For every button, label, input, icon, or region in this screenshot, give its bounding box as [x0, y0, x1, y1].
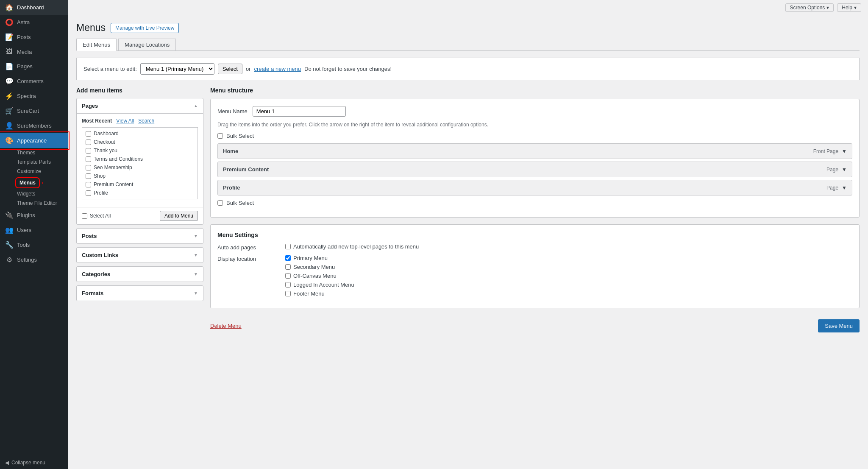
page-checkbox-seo[interactable]	[86, 165, 91, 170]
sidebar-item-dashboard[interactable]: 🏠 Dashboard	[0, 0, 68, 15]
page-checkbox-shop[interactable]	[86, 173, 91, 179]
pages-tab-most-recent[interactable]: Most Recent	[82, 118, 112, 124]
sidebar-item-settings[interactable]: ⚙ Settings	[0, 252, 68, 267]
page-checkbox-profile[interactable]	[86, 190, 91, 196]
formats-accordion-header[interactable]: Formats ▼	[77, 286, 203, 301]
bottom-actions: Delete Menu Save Menu	[210, 315, 860, 337]
live-preview-button[interactable]: Manage with Live Preview	[111, 23, 179, 33]
pages-accordion-header[interactable]: Pages ▲	[77, 98, 203, 113]
sidebar-item-label: SureMembers	[17, 123, 52, 129]
menu-settings-title: Menu Settings	[217, 232, 852, 238]
sidebar-item-tools[interactable]: 🔧 Tools	[0, 237, 68, 252]
sidebar-item-label: Dashboard	[17, 4, 44, 11]
sidebar-sub-theme-file-editor[interactable]: Theme File Editor	[0, 198, 68, 208]
content-area: Menus Manage with Live Preview Edit Menu…	[68, 15, 868, 469]
custom-links-accordion: Custom Links ▼	[76, 247, 203, 263]
pages-tab-search[interactable]: Search	[138, 118, 154, 124]
menu-item-right-profile: Page ▼	[826, 185, 847, 191]
sidebar-item-label: Tools	[17, 242, 30, 248]
tab-manage-locations[interactable]: Manage Locations	[118, 39, 176, 50]
or-text: or	[246, 66, 251, 72]
delete-menu-link[interactable]: Delete Menu	[210, 323, 242, 329]
sidebar-item-label: Comments	[17, 78, 44, 84]
location-primary-checkbox[interactable]	[285, 255, 291, 261]
page-label-profile: Profile	[94, 190, 108, 196]
list-item: Thank you	[82, 146, 198, 155]
menu-structure-title: Menu structure	[210, 87, 860, 94]
list-item: Dashboard	[82, 129, 198, 138]
custom-links-chevron-icon: ▼	[194, 253, 198, 257]
sidebar-item-comments[interactable]: 💬 Comments	[0, 74, 68, 89]
sidebar-item-label: Appearance	[17, 137, 47, 144]
help-button[interactable]: Help ▾	[837, 3, 861, 12]
menus-arrow-indicator: ←	[40, 178, 48, 187]
sidebar-sub-customize[interactable]: Customize	[0, 167, 68, 176]
menu-item-expand-profile[interactable]: ▼	[842, 185, 847, 191]
page-title: Menus	[76, 22, 106, 34]
pages-icon: 📄	[5, 62, 14, 70]
surecart-icon: 🛒	[5, 107, 14, 115]
select-menu-button[interactable]: Select	[218, 64, 242, 74]
menu-item-type-home: Front Page	[813, 148, 838, 154]
sidebar-item-surecart[interactable]: 🛒 SureCart	[0, 103, 68, 118]
bulk-select-label-top: Bulk Select	[226, 133, 254, 139]
sidebar-item-media[interactable]: 🖼 Media	[0, 45, 68, 59]
location-footer-checkbox[interactable]	[285, 291, 291, 296]
bulk-select-checkbox-top[interactable]	[217, 133, 223, 139]
sidebar-sub-template-parts[interactable]: Template Parts	[0, 157, 68, 167]
categories-accordion-header[interactable]: Categories ▼	[77, 267, 203, 282]
page-checkbox-checkout[interactable]	[86, 140, 91, 145]
sidebar-item-spectra[interactable]: ⚡ Spectra	[0, 89, 68, 103]
auto-add-checkbox-label: Automatically add new top-level pages to…	[285, 243, 419, 250]
sidebar-sub-widgets[interactable]: Widgets	[0, 189, 68, 198]
select-all-label: Select All	[90, 213, 111, 219]
page-label-dashboard: Dashboard	[94, 131, 119, 137]
page-checkbox-terms[interactable]	[86, 156, 91, 162]
custom-links-accordion-header[interactable]: Custom Links ▼	[77, 248, 203, 262]
collapse-menu-button[interactable]: ◀ Collapse menu	[0, 456, 68, 469]
menu-item-expand-premium[interactable]: ▼	[842, 167, 847, 173]
auto-add-checkbox[interactable]	[285, 244, 291, 249]
screen-options-button[interactable]: Screen Options ▾	[785, 3, 834, 12]
menu-name-input[interactable]	[253, 106, 346, 117]
menu-item-expand-home[interactable]: ▼	[842, 148, 847, 154]
menu-item-right-premium: Page ▼	[826, 167, 847, 173]
pages-tab-view-all[interactable]: View All	[116, 118, 134, 124]
bulk-select-checkbox-bottom[interactable]	[217, 200, 223, 206]
location-secondary-checkbox[interactable]	[285, 264, 291, 270]
sidebar-item-pages[interactable]: 📄 Pages	[0, 59, 68, 74]
page-checkbox-premium[interactable]	[86, 182, 91, 187]
page-checkbox-dashboard[interactable]	[86, 131, 91, 137]
location-footer-label: Footer Menu	[285, 290, 354, 297]
add-to-menu-button[interactable]: Add to Menu	[160, 211, 198, 221]
pages-chevron-icon: ▲	[194, 103, 198, 108]
select-all-checkbox[interactable]	[82, 213, 87, 219]
sidebar-item-appearance[interactable]: 🎨 Appearance	[0, 133, 68, 148]
posts-chevron-icon: ▼	[194, 234, 198, 238]
save-menu-button[interactable]: Save Menu	[818, 319, 860, 332]
sidebar-item-posts[interactable]: 📝 Posts	[0, 30, 68, 45]
list-item: Premium Content	[82, 180, 198, 189]
location-logged-in-text: Logged In Account Menu	[293, 282, 354, 288]
page-checkbox-thank-you[interactable]	[86, 148, 91, 154]
menu-select-dropdown[interactable]: Menu 1 (Primary Menu)	[140, 63, 214, 75]
sidebar-item-astra[interactable]: ⭕ Astra	[0, 15, 68, 30]
sidebar-sub-menus[interactable]: Menus ←	[0, 176, 68, 189]
menu-item-label-premium: Premium Content	[223, 166, 269, 173]
sidebar-item-suremembers[interactable]: 👤 SureMembers	[0, 118, 68, 133]
sidebar-item-label: Settings	[17, 257, 37, 263]
sidebar-item-users[interactable]: 👥 Users	[0, 223, 68, 237]
select-menu-bar: Select a menu to edit: Menu 1 (Primary M…	[76, 58, 860, 80]
sidebar-item-plugins[interactable]: 🔌 Plugins	[0, 208, 68, 223]
location-off-canvas-checkbox[interactable]	[285, 273, 291, 279]
create-new-menu-link[interactable]: create a new menu	[254, 66, 301, 72]
page-label-shop: Shop	[94, 173, 106, 179]
sidebar-item-label: Plugins	[17, 212, 35, 218]
posts-icon: 📝	[5, 33, 14, 41]
media-icon: 🖼	[5, 48, 14, 56]
posts-accordion-header[interactable]: Posts ▼	[77, 229, 203, 243]
topbar: Screen Options ▾ Help ▾	[68, 0, 868, 15]
location-logged-in-checkbox[interactable]	[285, 282, 291, 288]
sidebar-sub-themes[interactable]: Themes	[0, 148, 68, 157]
tab-edit-menus[interactable]: Edit Menus	[76, 39, 117, 51]
